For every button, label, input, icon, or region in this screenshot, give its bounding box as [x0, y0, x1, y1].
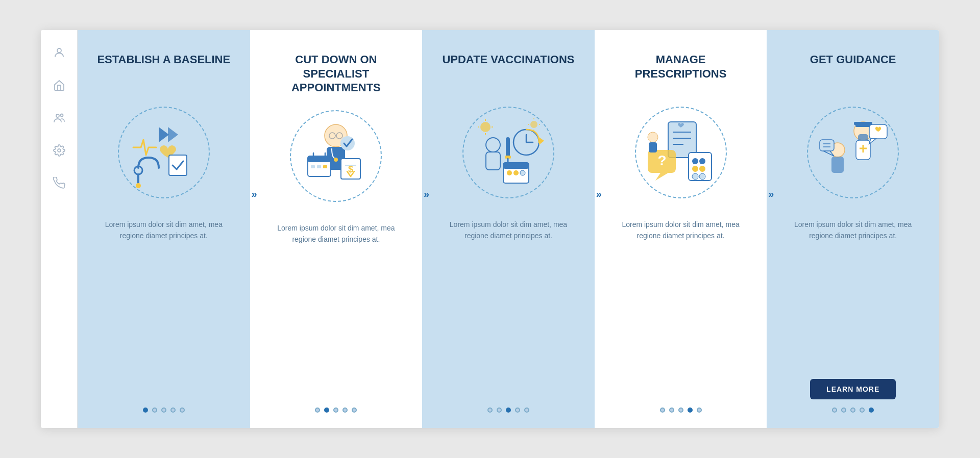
- card-5-dots: [832, 408, 874, 413]
- dot-3-4: [515, 408, 520, 413]
- svg-point-3: [58, 149, 61, 152]
- dot-3-3: [506, 408, 511, 413]
- card-2-description: Lorem ipsum dolor sit dim amet, mea regi…: [265, 222, 407, 396]
- card-guidance: GET GUIDANCE: [767, 30, 939, 428]
- chevron-3: »: [596, 188, 602, 199]
- card-1-dots: [143, 408, 185, 413]
- card-5-title: GET GUIDANCE: [810, 50, 896, 91]
- card-establish-baseline: ESTABLISH A BASELINE: [78, 30, 250, 428]
- sidebar-settings-icon[interactable]: [52, 143, 66, 158]
- dot-5-1: [832, 408, 837, 413]
- dot-5-5: [869, 408, 874, 413]
- card-2-dots: [315, 408, 357, 413]
- chevron-4: »: [768, 188, 774, 199]
- dot-2-5: [352, 408, 357, 413]
- dot-2-4: [342, 408, 348, 413]
- svg-point-2: [60, 114, 63, 117]
- card-vaccinations: UPDATE VACCINATIONS: [422, 30, 595, 428]
- dot-4-1: [660, 408, 665, 413]
- card-1-description: Lorem ipsum dolor sit dim amet, mea regi…: [93, 219, 235, 395]
- cards-container: ESTABLISH A BASELINE: [78, 30, 939, 428]
- dot-1-4: [170, 408, 176, 413]
- sidebar-people-icon[interactable]: [52, 111, 66, 125]
- sidebar-user-icon[interactable]: [52, 45, 66, 60]
- dot-3-1: [487, 408, 493, 413]
- sidebar-phone-icon[interactable]: [52, 176, 66, 190]
- card-5-description: Lorem ipsum dolor sit dim amet, mea regi…: [782, 219, 924, 371]
- card-1-icon-area: [113, 101, 215, 203]
- card-2-icon-area: $: [285, 105, 387, 207]
- dot-5-2: [841, 408, 846, 413]
- card-cut-down: CUT DOWN ON SPECIALIST APPOINTMENTS: [250, 30, 423, 428]
- dot-5-4: [860, 408, 865, 413]
- card-4-title: MANAGE PRESCRIPTIONS: [610, 50, 752, 91]
- learn-more-button[interactable]: LEARN MORE: [810, 379, 896, 399]
- dot-3-5: [524, 408, 529, 413]
- svg-point-0: [57, 48, 61, 53]
- sidebar: [41, 30, 78, 428]
- svg-point-1: [56, 114, 59, 117]
- card-3-dots: [487, 408, 529, 413]
- dot-2-3: [333, 408, 338, 413]
- dot-4-3: [678, 408, 683, 413]
- dot-4-4: [688, 408, 693, 413]
- dot-1-2: [152, 408, 157, 413]
- dot-1-5: [180, 408, 185, 413]
- card-4-description: Lorem ipsum dolor sit dim amet, mea regi…: [610, 219, 752, 395]
- dot-1-3: [161, 408, 166, 413]
- card-1-title: ESTABLISH A BASELINE: [97, 50, 230, 91]
- main-container: ESTABLISH A BASELINE: [41, 30, 939, 428]
- dot-4-2: [669, 408, 674, 413]
- card-3-icon-area: [457, 101, 559, 203]
- card-3-description: Lorem ipsum dolor sit dim amet, mea regi…: [437, 219, 579, 395]
- card-2-title: CUT DOWN ON SPECIALIST APPOINTMENTS: [265, 50, 407, 95]
- card-5-icon-area: [802, 101, 904, 203]
- dot-2-2: [324, 408, 329, 413]
- dot-5-3: [850, 408, 855, 413]
- dashed-circle-4: [635, 107, 727, 198]
- card-4-icon-area: ?: [630, 101, 732, 203]
- dashed-circle-2: [290, 110, 382, 202]
- dashed-circle-1: [118, 107, 210, 198]
- chevron-2: »: [424, 188, 429, 199]
- card-3-title: UPDATE VACCINATIONS: [442, 50, 574, 91]
- dot-1-1: [143, 408, 148, 413]
- card-prescriptions: MANAGE PRESCRIPTIONS: [595, 30, 767, 428]
- dashed-circle-3: [462, 107, 554, 198]
- dot-3-2: [497, 408, 502, 413]
- card-4-dots: [660, 408, 702, 413]
- chevron-1: »: [251, 188, 257, 199]
- dot-2-1: [315, 408, 320, 413]
- dashed-circle-5: [807, 107, 899, 198]
- sidebar-home-icon[interactable]: [52, 78, 66, 92]
- dot-4-5: [697, 408, 702, 413]
